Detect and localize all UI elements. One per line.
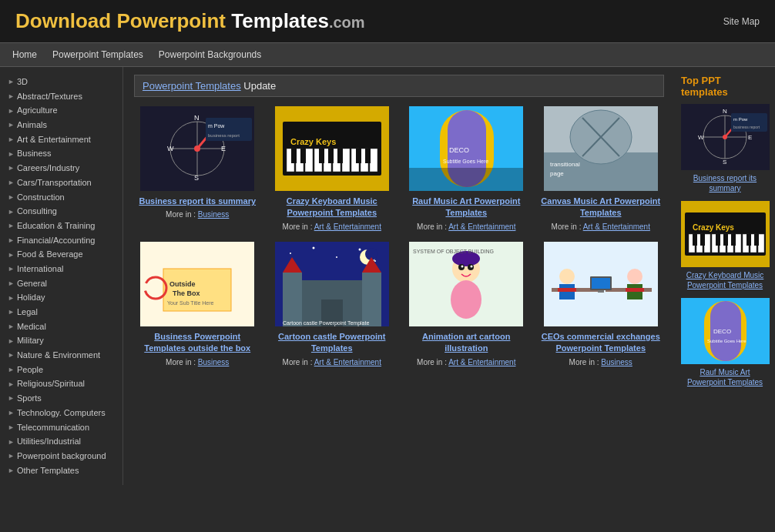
svg-text:Crazy Keys: Crazy Keys (290, 137, 336, 146)
sidebar-item-agriculture[interactable]: Agriculture (17, 103, 58, 118)
top-ppt-title[interactable]: Top PPT templates (681, 75, 769, 98)
sidebar-item-medical[interactable]: Medical (17, 320, 46, 334)
svg-text:business report: business report (208, 133, 240, 138)
site-title: Download Powerpoint Templates.com (15, 9, 365, 33)
sidebar-item-construction[interactable]: Construction (17, 190, 65, 205)
sidebar-item-international[interactable]: International (17, 262, 64, 276)
template-card-ceos: CEOs commercial exchanges Powerpoint Tem… (538, 242, 665, 366)
template-card-business-report: N N S W E m Pow business report Business… (134, 106, 261, 231)
right-thumb-business: N S W E m Pow business report (681, 104, 770, 170)
svg-text:page: page (550, 170, 564, 177)
sidebar-item-3d[interactable]: 3D (17, 75, 28, 89)
template-title-crazy-keyboard[interactable]: Crazy Keyboard Music Powerpoint Template… (269, 196, 396, 219)
template-more-link-art3[interactable]: Art & Entertainment (583, 223, 650, 231)
template-more-link-biz2[interactable]: Business (198, 358, 230, 366)
sidebar-item-legal[interactable]: Legal (17, 305, 38, 320)
sidebar-item-animals[interactable]: Animals (17, 118, 47, 132)
template-title-canvas-music[interactable]: Canvas Music Art Powerpoint Templates (538, 196, 665, 219)
svg-rect-118 (758, 234, 764, 253)
svg-text:DECO: DECO (449, 146, 469, 154)
sidebar-item-holiday[interactable]: Holiday (17, 290, 45, 305)
thumb-business-report: N N S W E m Pow business report (140, 106, 254, 191)
site-map-link[interactable]: Site Map (723, 16, 760, 27)
svg-rect-39 (409, 168, 523, 191)
template-more-link-business[interactable]: Business (198, 210, 230, 219)
sidebar-item-cars[interactable]: Cars/Transportation (17, 176, 92, 190)
template-more-rauf-music: More in : Art & Entertainment (403, 223, 530, 231)
sidebar-item-telecom[interactable]: Telecommunication (17, 420, 89, 435)
svg-point-55 (312, 246, 314, 249)
template-more-link-biz3[interactable]: Business (601, 358, 632, 366)
template-title-cartoon-castle[interactable]: Cartoon castle Powerpoint Templates (269, 331, 396, 355)
sidebar-item-art[interactable]: Art & Entertainment (17, 132, 91, 147)
template-more-ceos: More in : Business (538, 358, 665, 366)
svg-point-74 (451, 280, 481, 319)
right-thumb-title-business[interactable]: Business report its summary (681, 173, 769, 193)
bullet-food: ► (8, 251, 15, 259)
sidebar-item-nature[interactable]: Nature & Environment (17, 348, 100, 363)
svg-text:Subtitle Goes Here: Subtitle Goes Here (443, 159, 488, 164)
template-title-outside-box[interactable]: Business Powerpoint Templates outside th… (134, 331, 261, 355)
template-more-link-art2[interactable]: Art & Entertainment (448, 223, 515, 231)
right-thumb-keyboard: Crazy Keys (681, 201, 770, 267)
right-thumb-rauf: DECO Subtitle Goes Here (681, 298, 770, 364)
bullet-abstract: ► (8, 92, 15, 100)
content-header-link[interactable]: Powerpoint Templates (143, 80, 241, 92)
sidebar-item-business[interactable]: Business (17, 146, 52, 161)
nav-home[interactable]: Home (12, 49, 37, 60)
template-title-business-report[interactable]: Business report its summary (134, 196, 261, 207)
bullet-financial: ► (8, 236, 15, 244)
title-dot: .com (329, 14, 365, 31)
svg-rect-29 (319, 149, 324, 163)
right-thumb-title-keyboard[interactable]: Crazy Keyboard Music Powerpoint Template… (681, 270, 769, 290)
template-more-link-art4[interactable]: Art & Entertainment (314, 358, 381, 366)
bullet-telecom: ► (8, 423, 15, 431)
sidebar-item-education[interactable]: Education & Training (17, 219, 96, 233)
sidebar-item-ppbg[interactable]: Powerpoint background (17, 449, 106, 463)
content-header-bar: Powerpoint Templates Update (134, 75, 664, 97)
sidebar-item-careers[interactable]: Careers/Industry (17, 161, 79, 176)
sidebar-item-abstract[interactable]: Abstract/Textures (17, 89, 82, 104)
svg-rect-123 (731, 234, 736, 246)
right-thumb-title-rauf[interactable]: Rauf Music Art Powerpoint Templates (681, 367, 769, 387)
thumb-animation-art: SYSTEM OF OBJECT BUILDING (409, 242, 523, 326)
template-title-ceos[interactable]: CEOs commercial exchanges Powerpoint Tem… (538, 331, 665, 355)
bullet-cars: ► (8, 179, 15, 186)
template-title-rauf-music[interactable]: Rauf Music Art Powerpoint Templates (403, 196, 530, 219)
nav-ppt-templates[interactable]: Powerpoint Templates (52, 49, 143, 60)
template-more-link-art1[interactable]: Art & Entertainment (314, 223, 381, 231)
sidebar-item-religious[interactable]: Religious/Spiritual (17, 376, 85, 391)
svg-point-5 (194, 146, 200, 152)
template-title-animation-art[interactable]: Animation art cartoon illustration (403, 331, 530, 355)
thumb-rauf-music: DECO Subtitle Goes Here (409, 106, 523, 191)
bullet-agriculture: ► (8, 107, 15, 115)
svg-point-78 (461, 265, 464, 267)
svg-point-57 (358, 248, 361, 250)
bullet-utilities: ► (8, 438, 15, 446)
sidebar-item-other[interactable]: Other Templates (17, 463, 79, 478)
sidebar-item-utilities[interactable]: Utilities/Industrial (17, 434, 81, 449)
svg-point-56 (336, 256, 337, 258)
svg-text:Your Sub Title Here: Your Sub Title Here (167, 300, 214, 306)
svg-rect-33 (365, 149, 371, 163)
nav-ppt-backgrounds[interactable]: Powerpoint Backgrounds (159, 49, 261, 60)
sidebar-item-sports[interactable]: Sports (17, 391, 42, 406)
template-card-rauf-music: DECO Subtitle Goes Here Rauf Music Art P… (403, 106, 530, 231)
sidebar-item-people[interactable]: People (17, 363, 43, 377)
svg-rect-121 (716, 234, 720, 246)
bullet-animals: ► (8, 121, 15, 129)
sidebar-item-food[interactable]: Food & Beverage (17, 247, 83, 262)
svg-text:S: S (194, 174, 199, 182)
sidebar-item-financial[interactable]: Financial/Accounting (17, 233, 96, 248)
sidebar-item-general[interactable]: General (17, 276, 47, 291)
svg-rect-89 (626, 288, 644, 292)
template-card-crazy-keyboard: Crazy Keys (269, 106, 396, 231)
svg-text:W: W (167, 145, 174, 152)
sidebar-item-consulting[interactable]: Consulting (17, 204, 57, 219)
sidebar-item-military[interactable]: Military (17, 333, 44, 348)
svg-text:business report: business report (733, 125, 760, 129)
svg-rect-23 (342, 149, 350, 172)
sidebar-item-tech[interactable]: Technology. Computers (17, 406, 106, 420)
svg-text:m Pow: m Pow (208, 123, 225, 129)
template-more-link-art5[interactable]: Art & Entertainment (448, 358, 515, 366)
